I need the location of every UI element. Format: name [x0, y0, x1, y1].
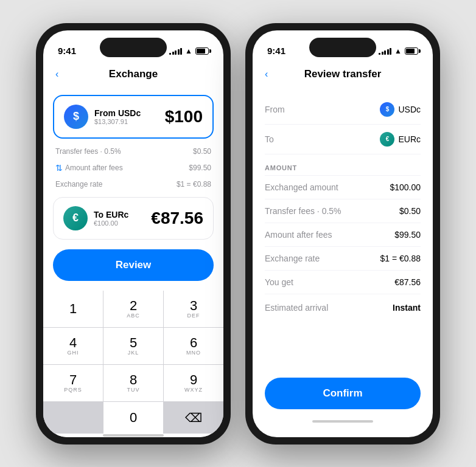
- from-field-label: From: [265, 105, 285, 114]
- page-title-2: Review transfer: [304, 68, 382, 80]
- nav-bar-1: ‹ Exchange: [43, 63, 223, 85]
- exchanged-amount-row: Exchanged amount $100.00: [265, 176, 421, 199]
- dynamic-island: [100, 38, 167, 57]
- amount-after-row-2: Amount after fees $99.50: [265, 223, 421, 247]
- fee-section: Transfer fees · 0.5% $0.50 ⇅ Amount afte…: [53, 139, 214, 197]
- amount-section-header: AMOUNT: [265, 154, 421, 175]
- exchange-screen: $ From USDc $13,307.91 $100 Transfer fee…: [43, 85, 223, 437]
- home-indicator-2: [265, 415, 421, 427]
- swap-icon: ⇅: [55, 163, 63, 173]
- exchange-rate-label: Exchange rate: [55, 180, 102, 189]
- amount-after-value: $99.50: [189, 164, 211, 172]
- scene: 9:41 ▲ ‹ Exc: [0, 0, 476, 467]
- time-1: 9:41: [58, 46, 76, 56]
- amount-section: Exchanged amount $100.00 Transfer fees ·…: [265, 175, 421, 294]
- key-5[interactable]: 5 JKL: [103, 328, 163, 364]
- key-3[interactable]: 3 DEF: [164, 291, 223, 327]
- time-2: 9:41: [267, 46, 285, 56]
- signal-icon-2: [379, 47, 391, 55]
- to-sub: €100.00: [94, 220, 128, 227]
- backspace-icon: ⌫: [185, 410, 202, 425]
- signal-icon: [169, 47, 182, 55]
- to-field-value: € EURc: [380, 132, 421, 147]
- key-8[interactable]: 8 TUV: [103, 365, 163, 401]
- keypad: 1 2 ABC 3 DEF 4: [43, 291, 223, 434]
- to-row: To € EURc: [265, 125, 421, 154]
- transfer-fee-row: Transfer fees · 0.5% $0.50: [55, 145, 211, 158]
- from-label: From USDc: [94, 108, 141, 118]
- review-button[interactable]: Review: [53, 249, 214, 281]
- from-card[interactable]: $ From USDc $13,307.91 $100: [53, 95, 214, 139]
- eurc-icon-small: €: [380, 132, 394, 147]
- you-get-row: You get €87.56: [265, 271, 421, 294]
- key-0[interactable]: 0: [103, 402, 163, 434]
- to-field-label: To: [265, 134, 274, 144]
- review-screen: From $ USDc To € EURc AMOUNT: [253, 85, 433, 437]
- arrival-label: Estimated arrival: [265, 303, 328, 313]
- battery-icon-2: [405, 47, 418, 55]
- status-icons-1: ▲: [169, 47, 209, 55]
- arrival-value: Instant: [393, 303, 421, 313]
- from-row: From $ USDc: [265, 95, 421, 125]
- key-4[interactable]: 4 GHI: [43, 328, 103, 364]
- key-1[interactable]: 1: [43, 291, 103, 327]
- usdc-icon: $: [64, 105, 88, 129]
- transfer-fee-value: $0.50: [193, 147, 211, 156]
- transfer-fee-row-2: Transfer fees · 0.5% $0.50: [265, 199, 421, 223]
- from-field-value: $ USDc: [380, 102, 421, 117]
- transfer-fee-label: Transfer fees · 0.5%: [55, 147, 121, 156]
- eurc-icon: €: [63, 206, 88, 230]
- from-balance: $13,307.91: [94, 118, 141, 125]
- phone-review: 9:41 ▲ ‹ Rev: [245, 23, 440, 445]
- exchange-rate-row: Exchange rate $1 = €0.88: [55, 178, 211, 191]
- exchange-rate-row-2: Exchange rate $1 = €0.88: [265, 247, 421, 271]
- to-label: To EURc: [94, 210, 128, 220]
- key-2[interactable]: 2 ABC: [103, 291, 163, 327]
- status-icons-2: ▲: [379, 47, 418, 55]
- key-9[interactable]: 9 WXYZ: [164, 365, 223, 401]
- page-title-1: Exchange: [109, 68, 158, 80]
- wifi-icon: ▲: [185, 47, 192, 55]
- back-button-1[interactable]: ‹: [55, 69, 58, 80]
- from-amount: $100: [165, 107, 203, 126]
- to-amount: €87.56: [151, 209, 203, 228]
- usdc-icon-small: $: [380, 102, 394, 117]
- nav-bar-2: ‹ Review transfer: [253, 63, 433, 85]
- to-card[interactable]: € To EURc €100.00 €87.56: [53, 197, 214, 240]
- phone-exchange: 9:41 ▲ ‹ Exc: [36, 23, 231, 445]
- arrival-row: Estimated arrival Instant: [265, 294, 421, 321]
- backspace-key[interactable]: ⌫: [164, 402, 223, 434]
- exchange-rate-value: $1 = €0.88: [177, 180, 211, 189]
- wifi-icon-2: ▲: [394, 47, 402, 55]
- home-indicator-1: [43, 434, 223, 437]
- keypad-grid: 1 2 ABC 3 DEF 4: [43, 291, 223, 434]
- key-6[interactable]: 6 MNO: [164, 328, 223, 364]
- confirm-button[interactable]: Confirm: [265, 378, 421, 409]
- battery-icon: [195, 47, 209, 55]
- exchange-content: $ From USDc $13,307.91 $100 Transfer fee…: [43, 85, 223, 291]
- amount-after-row: ⇅ Amount after fees $99.50: [55, 161, 211, 175]
- back-button-2[interactable]: ‹: [265, 69, 268, 80]
- key-empty: [43, 402, 103, 434]
- key-7[interactable]: 7 PQRS: [43, 365, 103, 401]
- dynamic-island-2: [309, 38, 376, 57]
- amount-after-label: ⇅ Amount after fees: [55, 163, 123, 173]
